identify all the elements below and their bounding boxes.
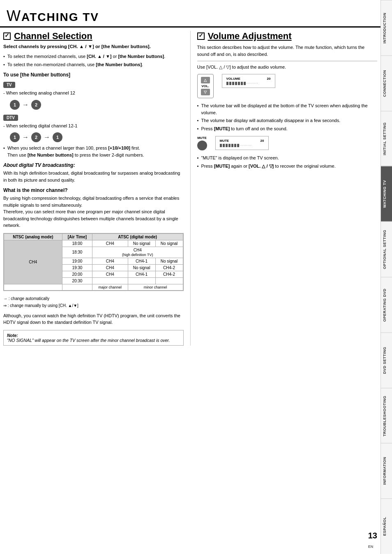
analog-diagram: 1 → 2 <box>10 100 184 110</box>
empty-3 <box>155 277 183 284</box>
vol-seg-4 <box>235 82 237 85</box>
mute-btn-label: MUTE <box>197 136 207 140</box>
channel-intro: Select channels by pressing [CH. ▲ / ▼] … <box>3 44 184 49</box>
ch4-ntsc: CH4 <box>4 240 62 284</box>
mute-seg-3 <box>226 144 228 147</box>
vol-seg-3 <box>232 82 234 85</box>
tab-optional-setting[interactable]: OPTIONAL SETTING <box>381 222 392 277</box>
volume-heading: Volume Adjustment <box>197 31 378 42</box>
channel-table: NTSC (analog mode) [Air Time] ATSC (digi… <box>3 233 184 291</box>
digital-heading: About digital TV broadcasting: <box>3 162 184 168</box>
w-letter: W <box>7 7 21 24</box>
time-1830: 18:30 <box>62 247 92 258</box>
vol-dots: ········· <box>247 81 258 85</box>
vol-bullet-3: Press [MUTE] to turn off and on the soun… <box>197 125 378 132</box>
vol-label: VOL. <box>201 84 209 88</box>
air-time-header: [Air Time] <box>62 233 92 240</box>
note-box: Note: "NO SIGNAL" will appear on the TV … <box>3 330 184 346</box>
note-body: "NO SIGNAL" will appear on the TV screen… <box>7 338 170 343</box>
legend-manual: ⇒ : change manually by using [CH. ▲/▼] <box>3 302 184 309</box>
arrow-1: → <box>22 101 29 108</box>
vol-down-btn: ▽ <box>201 89 210 95</box>
volume-heading-text: Volume Adjustment <box>208 31 292 42</box>
tab-initial-setting[interactable]: INITIAL SETTING <box>381 111 392 166</box>
mute-seg-5 <box>231 144 233 147</box>
vol-seg-2 <box>229 82 231 85</box>
ch4-1930: CH4 <box>92 264 128 271</box>
tab-sidebar: INTRODUCTION CONNECTION INITIAL SETTING … <box>380 0 392 554</box>
tab-operating-dvd[interactable]: OPERATING DVD <box>381 277 392 332</box>
vol-bullet-1: The volume bar will be displayed at the … <box>197 102 378 116</box>
tv-note: - When selecting analog channel 12 <box>3 90 184 97</box>
num-btn-2: 2 <box>31 100 41 110</box>
legend-auto: → : change automatically <box>3 295 184 302</box>
mute-seg-1 <box>220 144 222 147</box>
vol-seg-7 <box>244 82 246 85</box>
time-1900: 19:00 <box>62 258 92 264</box>
to-use-heading: To use [the Number buttons] <box>3 72 184 78</box>
mute-seg-7 <box>237 144 239 147</box>
legend: → : change automatically ⇒ : change manu… <box>3 295 184 309</box>
channel-bullets: To select the memorized channels, use [C… <box>3 53 184 68</box>
digital-body: With its high definition broadcast, digi… <box>3 170 184 183</box>
tab-information[interactable]: INFORMATION <box>381 443 392 499</box>
time-1800: 18:00 <box>62 240 92 247</box>
tab-espanol[interactable]: ESPAÑOL <box>381 499 392 554</box>
note-label: Note: <box>7 333 18 338</box>
header-title: ATCHING TV <box>21 11 99 23</box>
mute-seg-4 <box>228 144 231 147</box>
high-def-cell: CH4(high definition TV) <box>92 247 183 258</box>
vol-bar-track: ········· <box>226 81 258 85</box>
no-signal-1900: No signal <box>155 258 183 264</box>
ch4-2000: CH4 <box>92 271 128 277</box>
time-2000: 20:00 <box>62 271 92 277</box>
ch4-1900: CH4 <box>92 258 128 264</box>
tv-badge: TV <box>3 82 15 88</box>
table-row: CH4 18:00 CH4 No signal No signal <box>4 240 183 247</box>
channel-heading-text: Channel Selection <box>14 31 92 42</box>
vol-bullet-2: The volume bar display will automaticall… <box>197 117 378 124</box>
channel-heading: Channel Selection <box>3 31 184 42</box>
page-number: 13 EN <box>368 531 377 550</box>
vol-screen-label: VOLUME <box>226 77 240 81</box>
larger-channel-bullets: When you select a channel larger than 10… <box>3 145 184 158</box>
mute-seg-6 <box>234 144 236 147</box>
tab-dvd-setting[interactable]: DVD SETTING <box>381 332 392 388</box>
major-channel-label: major channel <box>92 284 128 290</box>
dnum-btn-2: 2 <box>31 132 41 142</box>
dtv-badge: DTV <box>3 115 18 121</box>
vol-bar-label: VOLUME 20 <box>226 77 271 81</box>
mute-bullet-2: Press [MUTE] again or [VOL. △ / ▽] to re… <box>197 163 378 170</box>
larger-channel-note: When you select a channel larger than 10… <box>3 145 184 158</box>
tv-screen-vol: VOLUME 20 ········· <box>222 74 275 88</box>
ch4-2-1930: CH4-2 <box>155 264 183 271</box>
no-signal-1930: No signal <box>128 264 155 271</box>
mute-screen-label: MUTE <box>220 139 229 143</box>
mute-bullets: "MUTE" is displayed on the TV screen. Pr… <box>197 155 378 169</box>
digital-diagram: 1 → 2 → 1 <box>10 132 184 142</box>
mute-bar-label: MUTE 20 <box>220 139 264 143</box>
vol-screen-value: 20 <box>267 77 271 81</box>
tab-troubleshooting[interactable]: TROUBLESHOOTING <box>381 388 392 443</box>
ntsc-header: NTSC (analog mode) <box>4 233 62 240</box>
volume-intro: This section describes how to adjust the… <box>197 44 378 58</box>
tab-watching-tv[interactable]: WATCHING TV <box>381 166 392 222</box>
empty-2 <box>128 277 155 284</box>
mute-dots: ········· <box>240 143 252 147</box>
page-num-text: 13 <box>368 531 377 540</box>
ch4-2-2000: CH4-2 <box>155 271 183 277</box>
mute-bullet-1: "MUTE" is displayed on the TV screen. <box>197 155 378 162</box>
footer-empty2 <box>62 284 92 290</box>
tab-introduction[interactable]: INTRODUCTION <box>381 0 392 55</box>
mute-diagram: MUTE MUTE 20 <box>197 136 378 150</box>
no-signal-2: No signal <box>155 240 183 247</box>
ch4-1-1900: CH4-1 <box>128 258 155 264</box>
vol-seg-6 <box>241 82 243 85</box>
mute-btn-circle <box>197 141 207 150</box>
mute-btn-box: MUTE <box>197 136 207 150</box>
volume-section: Volume Adjustment This section describes… <box>191 31 378 346</box>
hr-divider <box>197 61 378 61</box>
minor-channel-label: minor channel <box>128 284 183 290</box>
atsc-header: ATSC (digital mode) <box>92 233 183 240</box>
tab-connection[interactable]: CONNECTION <box>381 55 392 111</box>
